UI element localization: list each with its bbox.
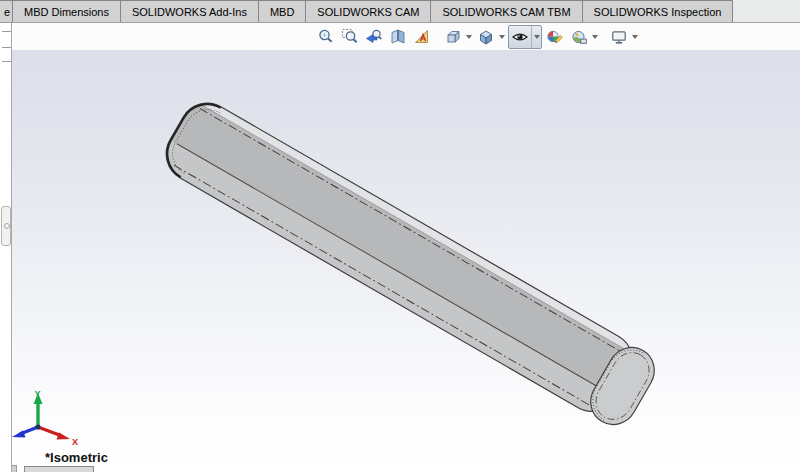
clipped-panel-fragment <box>2 47 11 48</box>
main-area: Y X Z *Isometric <box>0 23 800 472</box>
view-settings-dropdown[interactable] <box>630 26 639 48</box>
section-view-button[interactable] <box>387 26 409 48</box>
section-planes-icon <box>389 28 407 46</box>
heads-up-toolbar <box>315 25 639 49</box>
chevron-down-icon <box>592 35 598 39</box>
view-settings-button[interactable] <box>608 26 630 48</box>
view-orientation-group <box>442 26 473 48</box>
triad-x-label: X <box>72 437 78 447</box>
hide-show-items-dropdown[interactable] <box>531 26 541 48</box>
magnifier-icon <box>317 28 335 46</box>
tab-mbd[interactable]: MBD <box>258 0 306 22</box>
solidworks-window: e MBD Dimensions SOLIDWORKS Add-Ins MBD … <box>0 0 800 472</box>
document-tab-clipped[interactable] <box>24 466 94 472</box>
tab-solidworks-cam-tbm[interactable]: SOLIDWORKS CAM TBM <box>430 0 582 22</box>
clipped-panel-fragment <box>2 31 11 32</box>
apply-scene-dropdown[interactable] <box>590 26 599 48</box>
magnifier-area-icon <box>341 28 359 46</box>
zoom-to-fit-button[interactable] <box>315 26 337 48</box>
dynamic-annotation-views-button[interactable] <box>411 26 433 48</box>
apply-scene-button[interactable] <box>568 26 590 48</box>
zoom-to-area-button[interactable] <box>339 26 361 48</box>
view-settings-group <box>608 26 639 48</box>
view-orientation-label: *Isometric <box>45 450 108 465</box>
eye-icon <box>511 28 529 46</box>
display-style-dropdown[interactable] <box>497 26 506 48</box>
tab-solidworks-inspection[interactable]: SOLIDWORKS Inspection <box>582 0 734 22</box>
display-style-button[interactable] <box>475 26 497 48</box>
panel-splitter-handle[interactable] <box>1 206 11 246</box>
annotation-tool-icon <box>413 28 431 46</box>
part-model-3d[interactable] <box>0 23 800 472</box>
chevron-down-icon <box>632 35 638 39</box>
tab-mbd-dimensions[interactable]: MBD Dimensions <box>12 0 121 22</box>
tab-solidworks-cam[interactable]: SOLIDWORKS CAM <box>305 0 431 22</box>
reference-triad: Y X Z <box>6 387 84 449</box>
chevron-down-icon <box>466 35 472 39</box>
splitter-grip-icon <box>4 223 10 229</box>
orientation-cube-icon <box>444 28 462 46</box>
chevron-down-icon <box>499 35 505 39</box>
view-orientation-button[interactable] <box>442 26 464 48</box>
monitor-icon <box>610 28 628 46</box>
shaded-cube-icon <box>477 28 495 46</box>
magnifier-back-arrow-icon <box>365 28 383 46</box>
feature-panel-edge <box>0 23 12 472</box>
edit-appearance-button[interactable] <box>544 26 566 48</box>
tab-solidworks-add-ins[interactable]: SOLIDWORKS Add-Ins <box>120 0 259 22</box>
scene-sphere-icon <box>570 28 588 46</box>
view-orientation-dropdown[interactable] <box>464 26 473 48</box>
previous-view-button[interactable] <box>363 26 385 48</box>
hide-show-items-group <box>508 25 542 49</box>
apply-scene-group <box>568 26 599 48</box>
command-tab-bar: e MBD Dimensions SOLIDWORKS Add-Ins MBD … <box>0 0 800 23</box>
appearance-sphere-pencil-icon <box>546 28 564 46</box>
chevron-down-icon <box>534 35 540 39</box>
hide-show-items-button[interactable] <box>509 26 531 48</box>
display-style-group <box>475 26 506 48</box>
clipped-panel-fragment <box>2 61 11 62</box>
triad-y-label: Y <box>35 389 41 399</box>
